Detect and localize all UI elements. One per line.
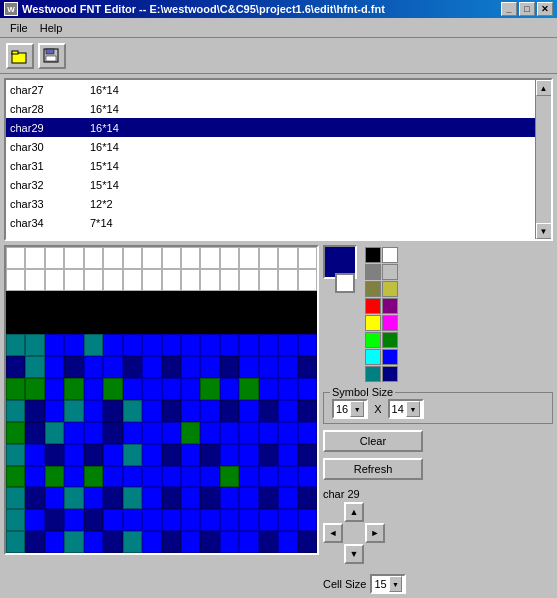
height-select[interactable]: 14 ▼: [388, 399, 424, 419]
pixel-cell[interactable]: [142, 466, 161, 488]
pixel-cell[interactable]: [278, 291, 297, 313]
pixel-cell[interactable]: [278, 378, 297, 400]
pixel-cell[interactable]: [103, 313, 122, 335]
open-button[interactable]: [6, 43, 34, 69]
palette-cell[interactable]: [382, 264, 398, 280]
pixel-cell[interactable]: [25, 509, 44, 531]
pixel-cell[interactable]: [200, 400, 219, 422]
pixel-cell[interactable]: [6, 356, 25, 378]
pixel-cell[interactable]: [278, 444, 297, 466]
pixel-cell[interactable]: [64, 531, 83, 553]
pixel-cell[interactable]: [220, 247, 239, 269]
pixel-cell[interactable]: [123, 334, 142, 356]
pixel-cell[interactable]: [45, 509, 64, 531]
pixel-cell[interactable]: [123, 444, 142, 466]
palette-cell[interactable]: [382, 349, 398, 365]
pixel-cell[interactable]: [200, 269, 219, 291]
pixel-cell[interactable]: [84, 269, 103, 291]
pixel-cell[interactable]: [6, 487, 25, 509]
pixel-cell[interactable]: [259, 444, 278, 466]
pixel-cell[interactable]: [84, 313, 103, 335]
pixel-cell[interactable]: [64, 247, 83, 269]
pixel-cell[interactable]: [278, 400, 297, 422]
pixel-cell[interactable]: [298, 422, 317, 444]
pixel-cell[interactable]: [142, 291, 161, 313]
pixel-cell[interactable]: [162, 509, 181, 531]
cell-size-dropdown-arrow[interactable]: ▼: [389, 576, 403, 592]
pixel-cell[interactable]: [278, 422, 297, 444]
pixel-cell[interactable]: [25, 378, 44, 400]
pixel-cell[interactable]: [220, 422, 239, 444]
pixel-cell[interactable]: [278, 334, 297, 356]
pixel-cell[interactable]: [103, 444, 122, 466]
list-item[interactable]: char3215*14: [6, 175, 535, 194]
palette-cell[interactable]: [382, 332, 398, 348]
close-button[interactable]: ✕: [537, 2, 553, 16]
pixel-cell[interactable]: [298, 531, 317, 553]
pixel-cell[interactable]: [200, 466, 219, 488]
pixel-cell[interactable]: [298, 247, 317, 269]
pixel-cell[interactable]: [103, 487, 122, 509]
palette-cell[interactable]: [382, 315, 398, 331]
pixel-cell[interactable]: [162, 313, 181, 335]
pixel-cell[interactable]: [25, 247, 44, 269]
pixel-cell[interactable]: [25, 400, 44, 422]
palette-cell[interactable]: [365, 366, 381, 382]
pixel-cell[interactable]: [45, 269, 64, 291]
pixel-cell[interactable]: [298, 444, 317, 466]
pixel-cell[interactable]: [6, 400, 25, 422]
pixel-cell[interactable]: [259, 291, 278, 313]
pixel-cell[interactable]: [181, 509, 200, 531]
pixel-cell[interactable]: [298, 313, 317, 335]
pixel-cell[interactable]: [200, 444, 219, 466]
pixel-cell[interactable]: [123, 291, 142, 313]
pixel-cell[interactable]: [239, 400, 258, 422]
scroll-up-button[interactable]: ▲: [536, 80, 552, 96]
pixel-cell[interactable]: [220, 356, 239, 378]
pixel-cell[interactable]: [298, 269, 317, 291]
pixel-cell[interactable]: [45, 247, 64, 269]
pixel-cell[interactable]: [200, 247, 219, 269]
pixel-cell[interactable]: [25, 356, 44, 378]
pixel-cell[interactable]: [239, 269, 258, 291]
pixel-cell[interactable]: [45, 487, 64, 509]
pixel-cell[interactable]: [84, 378, 103, 400]
pixel-cell[interactable]: [123, 313, 142, 335]
list-item[interactable]: char3312*2: [6, 194, 535, 213]
pixel-cell[interactable]: [84, 247, 103, 269]
list-item[interactable]: char2816*14: [6, 99, 535, 118]
save-button[interactable]: [38, 43, 66, 69]
pixel-cell[interactable]: [239, 531, 258, 553]
pixel-cell[interactable]: [123, 422, 142, 444]
pixel-cell[interactable]: [103, 291, 122, 313]
pixel-cell[interactable]: [259, 313, 278, 335]
nav-up-button[interactable]: ▲: [344, 502, 364, 522]
list-item[interactable]: char3016*14: [6, 137, 535, 156]
width-dropdown-arrow[interactable]: ▼: [350, 401, 364, 417]
pixel-cell[interactable]: [123, 269, 142, 291]
pixel-cell[interactable]: [181, 378, 200, 400]
pixel-cell[interactable]: [6, 334, 25, 356]
pixel-cell[interactable]: [162, 422, 181, 444]
pixel-cell[interactable]: [123, 378, 142, 400]
pixel-cell[interactable]: [25, 269, 44, 291]
pixel-cell[interactable]: [181, 487, 200, 509]
pixel-cell[interactable]: [239, 313, 258, 335]
pixel-cell[interactable]: [142, 334, 161, 356]
pixel-cell[interactable]: [220, 378, 239, 400]
palette-cell[interactable]: [365, 281, 381, 297]
pixel-cell[interactable]: [64, 422, 83, 444]
pixel-cell[interactable]: [298, 291, 317, 313]
pixel-cell[interactable]: [298, 466, 317, 488]
pixel-cell[interactable]: [45, 400, 64, 422]
pixel-cell[interactable]: [259, 269, 278, 291]
pixel-cell[interactable]: [64, 313, 83, 335]
pixel-cell[interactable]: [220, 466, 239, 488]
pixel-cell[interactable]: [278, 269, 297, 291]
pixel-cell[interactable]: [103, 334, 122, 356]
pixel-cell[interactable]: [278, 509, 297, 531]
pixel-cell[interactable]: [181, 269, 200, 291]
palette-cell[interactable]: [382, 247, 398, 263]
pixel-cell[interactable]: [220, 334, 239, 356]
pixel-cell[interactable]: [64, 356, 83, 378]
